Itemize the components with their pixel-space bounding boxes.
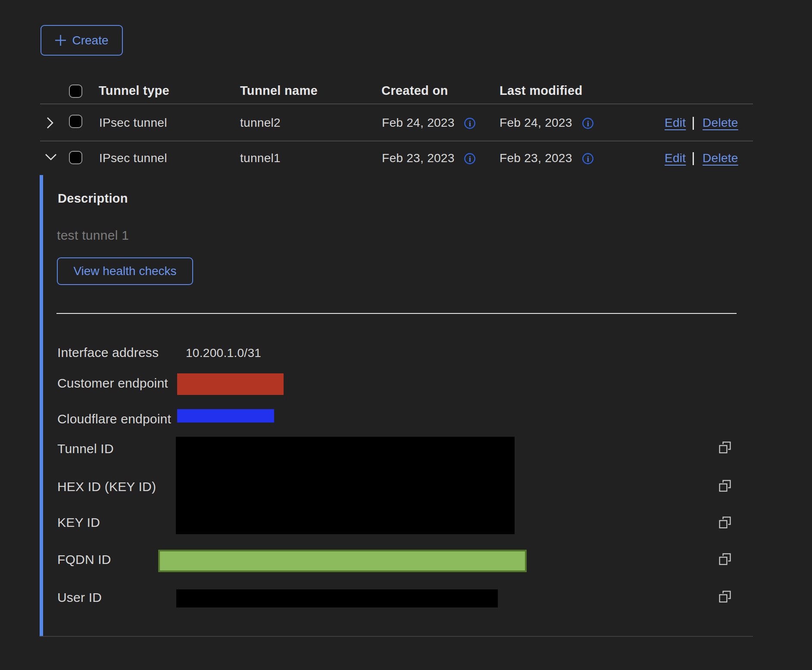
svg-text:i: i [587,154,589,163]
svg-text:i: i [587,119,589,128]
svg-text:i: i [469,154,471,163]
svg-text:i: i [469,119,471,128]
